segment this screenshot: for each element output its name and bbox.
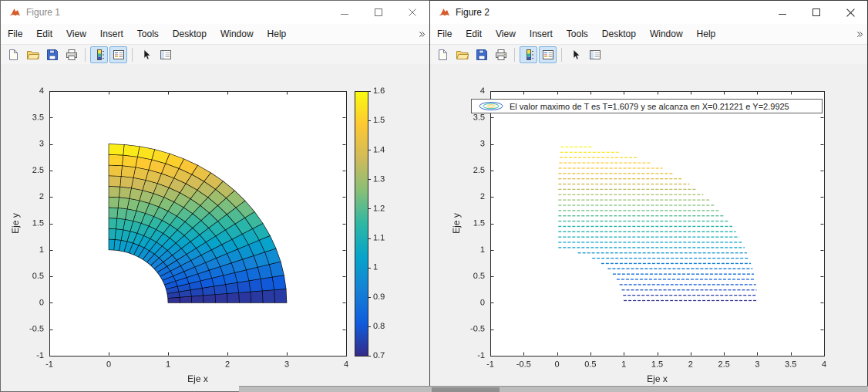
toolbar-separator <box>132 48 133 62</box>
toolbar-separator <box>514 48 515 62</box>
maximize-button-icon[interactable] <box>362 1 395 24</box>
menu-help[interactable]: Help <box>690 25 723 44</box>
property-editor-icon[interactable] <box>156 46 174 63</box>
menu-tools[interactable]: Tools <box>560 25 595 44</box>
menu-window[interactable]: Window <box>643 25 690 44</box>
figure2-titlebar[interactable]: Figure 2 <box>430 1 867 24</box>
open-file-icon[interactable] <box>453 46 471 63</box>
menu-overflow-chevron-icon[interactable] <box>419 31 426 38</box>
menu-file[interactable]: File <box>1 25 29 44</box>
menu-insert[interactable]: Insert <box>93 25 130 44</box>
figure1-titlebar[interactable]: Figure 1 <box>1 1 429 24</box>
edit-plot-pointer-icon[interactable] <box>567 46 584 63</box>
menu-desktop[interactable]: Desktop <box>595 25 643 44</box>
insert-colorbar-icon[interactable] <box>520 46 537 63</box>
menu-file[interactable]: File <box>430 25 459 44</box>
figure1-window: Figure 1 File Edit View Insert Tools Des… <box>0 0 430 392</box>
figure2-plot-area: El valor maximo de T es T=1.6079 y se al… <box>431 64 866 390</box>
figure2-toolbar <box>430 45 867 66</box>
figure1-plot-canvas[interactable] <box>2 64 430 391</box>
legend-text: El valor maximo de T es T=1.6079 y se al… <box>510 102 789 111</box>
menu-help[interactable]: Help <box>261 25 294 44</box>
window-title: Figure 1 <box>26 7 60 18</box>
window-controls <box>328 1 429 24</box>
property-editor-icon[interactable] <box>586 46 604 63</box>
menu-view[interactable]: View <box>59 25 93 44</box>
figure2-menubar: File Edit View Insert Tools Desktop Wind… <box>430 24 867 45</box>
figure1-plot-area <box>2 64 429 390</box>
open-file-icon[interactable] <box>24 46 42 63</box>
new-figure-icon[interactable] <box>434 46 452 63</box>
close-button-icon[interactable] <box>395 1 429 24</box>
menu-overflow-chevron-icon[interactable] <box>856 31 863 38</box>
close-button-icon[interactable] <box>833 1 867 24</box>
menu-desktop[interactable]: Desktop <box>166 25 214 44</box>
toolbar-separator <box>85 48 86 62</box>
insert-legend-icon[interactable] <box>109 46 127 63</box>
taskbar-strip[interactable] <box>239 386 868 392</box>
menu-tools[interactable]: Tools <box>130 25 166 44</box>
menu-insert[interactable]: Insert <box>523 25 560 44</box>
matlab-icon <box>8 6 21 19</box>
contour-legend-icon <box>478 101 504 111</box>
menu-view[interactable]: View <box>489 25 523 44</box>
legend[interactable]: El valor maximo de T es T=1.6079 y se al… <box>471 99 823 113</box>
new-figure-icon[interactable] <box>5 46 22 63</box>
matlab-icon <box>438 6 450 19</box>
menu-edit[interactable]: Edit <box>459 25 489 44</box>
menu-window[interactable]: Window <box>214 25 261 44</box>
figure2-window: Figure 2 File Edit View Insert Tools Des… <box>429 0 868 392</box>
print-figure-icon[interactable] <box>492 46 510 63</box>
figure1-toolbar <box>1 45 429 66</box>
insert-legend-icon[interactable] <box>539 46 557 63</box>
taskbar-item[interactable] <box>432 387 500 392</box>
insert-colorbar-icon[interactable] <box>90 46 108 63</box>
minimize-button-icon[interactable] <box>765 1 799 24</box>
save-figure-icon[interactable] <box>43 46 61 63</box>
desktop: Figure 1 File Edit View Insert Tools Des… <box>0 0 868 392</box>
window-controls <box>765 1 867 24</box>
figure1-menubar: File Edit View Insert Tools Desktop Wind… <box>1 24 429 45</box>
menu-edit[interactable]: Edit <box>29 25 59 44</box>
window-title: Figure 2 <box>456 7 490 18</box>
minimize-button-icon[interactable] <box>328 1 362 24</box>
edit-plot-pointer-icon[interactable] <box>137 46 155 63</box>
print-figure-icon[interactable] <box>62 46 80 63</box>
toolbar-separator <box>561 48 562 62</box>
save-figure-icon[interactable] <box>473 46 490 63</box>
maximize-button-icon[interactable] <box>799 1 833 24</box>
